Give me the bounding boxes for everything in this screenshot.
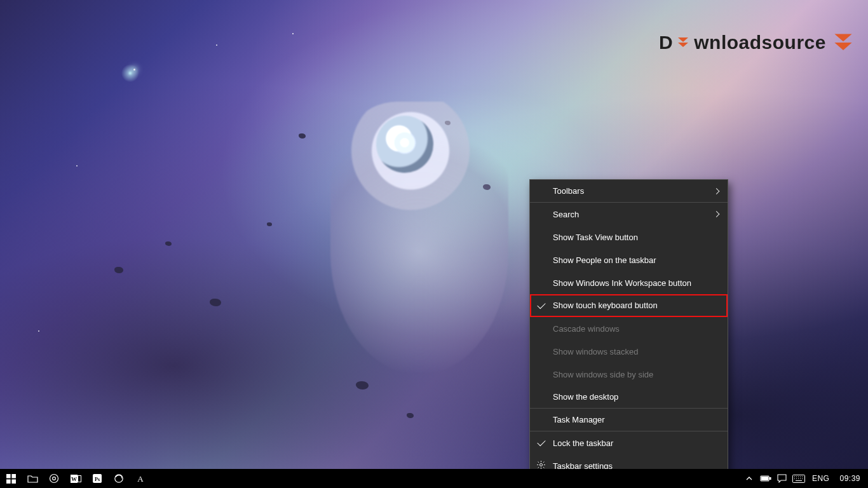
- watermark-logo: D wnloadsource: [659, 32, 854, 53]
- menu-item-show-touch-keyboard[interactable]: Show touch keyboard button: [530, 294, 728, 317]
- clock-label: 09:39: [839, 474, 860, 483]
- svg-rect-2: [11, 474, 16, 478]
- ps-icon: Ps: [92, 473, 102, 484]
- folder-icon: [27, 474, 38, 483]
- menu-item-label: Cascade windows: [553, 324, 620, 334]
- taskbar-app-a[interactable]: A: [130, 469, 151, 488]
- menu-item-label: Toolbars: [553, 186, 584, 196]
- star: [76, 165, 78, 166]
- menu-item-label: Search: [553, 210, 579, 219]
- check-icon: [537, 438, 545, 446]
- desktop[interactable]: D wnloadsource Toolbars Search Show Task…: [0, 0, 868, 488]
- menu-item-label: Lock the taskbar: [553, 438, 613, 448]
- svg-rect-3: [6, 479, 11, 484]
- tray-language[interactable]: ENG: [807, 469, 835, 488]
- menu-item-show-people[interactable]: Show People on the taskbar: [530, 248, 728, 271]
- keyboard-icon: [792, 475, 805, 483]
- star: [216, 44, 217, 46]
- menu-item-show-desktop[interactable]: Show the desktop: [530, 386, 728, 409]
- battery-icon: [760, 475, 771, 482]
- svg-text:Ps: Ps: [95, 477, 100, 482]
- chrome-icon: [49, 473, 59, 484]
- menu-item-side-by-side: Show windows side by side: [530, 363, 728, 386]
- star-bright: [133, 69, 135, 71]
- svg-text:A: A: [137, 474, 144, 484]
- tray-battery[interactable]: [757, 469, 774, 488]
- svg-point-12: [115, 475, 123, 482]
- action-center-icon: [777, 474, 787, 483]
- svg-text:W: W: [71, 476, 77, 482]
- taskbar-word[interactable]: W: [65, 469, 86, 488]
- svg-point-0: [540, 464, 543, 466]
- taskbar-firefox[interactable]: [108, 469, 130, 488]
- svg-rect-15: [770, 478, 771, 480]
- menu-item-show-task-view[interactable]: Show Task View button: [530, 226, 728, 248]
- menu-item-label: Show People on the taskbar: [553, 255, 656, 265]
- star: [38, 330, 39, 332]
- menu-item-label: Show Task View button: [553, 233, 638, 242]
- menu-item-label: Show windows side by side: [553, 370, 653, 379]
- taskbar-context-menu: Toolbars Search Show Task View button Sh…: [529, 179, 728, 478]
- svg-rect-4: [11, 479, 16, 484]
- language-label: ENG: [812, 474, 830, 483]
- star: [292, 33, 294, 34]
- watermark-prefix: D: [659, 32, 673, 53]
- wallpaper-astronaut: [330, 102, 508, 375]
- menu-item-task-manager[interactable]: Task Manager: [530, 409, 728, 431]
- menu-item-label: Show the desktop: [553, 392, 618, 402]
- svg-point-6: [53, 477, 56, 480]
- tray-touch-keyboard[interactable]: [790, 469, 807, 488]
- word-icon: W: [71, 474, 81, 484]
- taskbar-photoshop[interactable]: Ps: [86, 469, 108, 488]
- windows-icon: [6, 474, 16, 484]
- svg-rect-16: [761, 477, 768, 480]
- svg-rect-1: [6, 474, 11, 478]
- tray-clock[interactable]: 09:39: [834, 469, 865, 488]
- menu-item-stacked: Show windows stacked: [530, 340, 728, 363]
- menu-item-cascade-windows: Cascade windows: [530, 317, 728, 340]
- taskbar-chrome[interactable]: [43, 469, 65, 488]
- svg-point-5: [50, 475, 58, 483]
- menu-item-search[interactable]: Search: [530, 203, 728, 226]
- chevron-down-icon: [677, 36, 689, 49]
- menu-item-lock-taskbar[interactable]: Lock the taskbar: [530, 431, 728, 454]
- check-icon: [537, 300, 545, 308]
- menu-item-label: Task Manager: [553, 415, 605, 424]
- svg-rect-9: [78, 475, 81, 482]
- watermark-suffix: wnloadsource: [694, 32, 826, 53]
- firefox-icon: [114, 473, 124, 484]
- tray-overflow[interactable]: [741, 469, 757, 488]
- start-button[interactable]: [0, 469, 22, 488]
- menu-item-label: Show touch keyboard button: [553, 301, 658, 310]
- menu-item-show-ink-workspace[interactable]: Show Windows Ink Workspace button: [530, 271, 728, 294]
- tray-action-center[interactable]: [774, 469, 790, 488]
- system-tray: ENG 09:39: [741, 469, 868, 488]
- menu-item-label: Show Windows Ink Workspace button: [553, 278, 691, 288]
- menu-item-toolbars[interactable]: Toolbars: [530, 180, 728, 203]
- chevron-up-icon: [745, 475, 753, 482]
- menu-item-label: Show windows stacked: [553, 347, 638, 356]
- a-icon: A: [135, 473, 146, 484]
- taskbar: W Ps A: [0, 469, 868, 488]
- chevron-down-icon: [832, 32, 854, 53]
- taskbar-pinned-area: W Ps A: [0, 469, 151, 488]
- taskbar-file-explorer[interactable]: [22, 469, 43, 488]
